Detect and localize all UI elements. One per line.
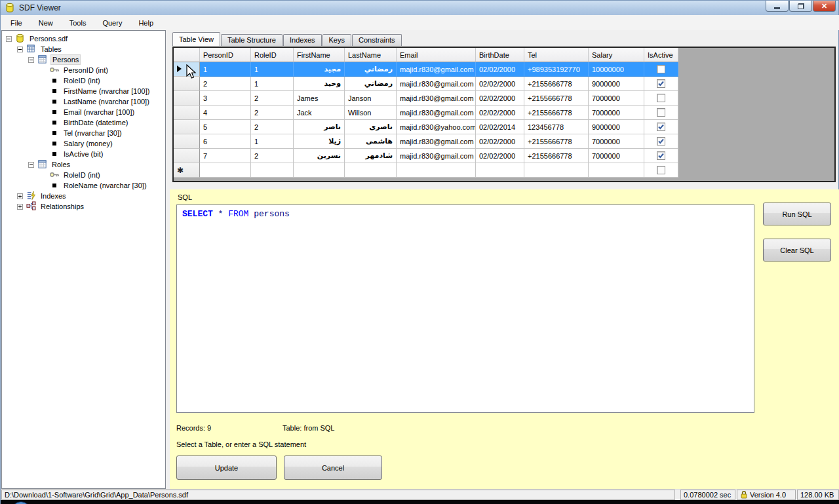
cell-birthdate[interactable]: 02/02/2000 <box>476 62 524 77</box>
tree-item-personid-int[interactable]: PersonID (int) <box>2 65 165 75</box>
table-row[interactable]: 72نسرینشادمهرmajid.r830@gmail.com02/02/2… <box>174 149 834 163</box>
menu-help[interactable]: Help <box>131 16 161 29</box>
cell-salary[interactable]: 7000000 <box>589 149 644 163</box>
cell-firstname[interactable]: نسرین <box>294 149 345 163</box>
column-header-salary[interactable]: Salary <box>589 48 644 62</box>
cell-firstname[interactable]: مجيد <box>294 62 345 77</box>
cell-isactive[interactable] <box>644 106 678 120</box>
update-button[interactable]: Update <box>176 456 277 480</box>
column-header-birthdate[interactable]: BirthDate <box>476 48 524 62</box>
minimize-button[interactable] <box>766 1 789 12</box>
cell-empty[interactable] <box>200 163 251 178</box>
cell-empty[interactable] <box>294 163 345 178</box>
tree-item-rolename-nvarchar-30[interactable]: RoleName (nvarchar [30]) <box>2 180 165 191</box>
checkbox-unchecked[interactable] <box>657 94 665 102</box>
cell-birthdate[interactable]: 02/02/2000 <box>476 149 524 163</box>
row-header[interactable] <box>174 91 200 106</box>
cell-salary[interactable]: 7000000 <box>589 134 644 149</box>
cell-roleid[interactable]: 2 <box>251 91 294 106</box>
cell-lastname[interactable]: رمضاني <box>345 62 397 77</box>
cancel-button[interactable]: Cancel <box>284 456 382 480</box>
row-header[interactable] <box>174 120 200 134</box>
column-header-roleid[interactable]: RoleID <box>251 48 294 62</box>
cell-lastname[interactable]: رمضاني <box>345 77 397 91</box>
menu-query[interactable]: Query <box>95 16 129 29</box>
cell-empty[interactable] <box>345 163 397 178</box>
clear-sql-button[interactable]: Clear SQL <box>763 239 831 262</box>
collapse-icon[interactable] <box>28 162 34 168</box>
cell-roleid[interactable]: 1 <box>251 77 294 91</box>
cell-roleid[interactable]: 1 <box>251 62 294 77</box>
tab-keys[interactable]: Keys <box>322 34 351 46</box>
cell-isactive[interactable] <box>644 91 678 106</box>
tree-item-birthdate-datetime[interactable]: BirthDate (datetime) <box>2 117 165 128</box>
table-row[interactable]: 21وحيدرمضانيmajid.r830@gmail.com02/02/20… <box>174 77 834 91</box>
tab-table-view[interactable]: Table View <box>172 32 220 46</box>
cell-empty[interactable] <box>476 163 524 178</box>
cell-lastname[interactable]: هاشمی <box>345 134 397 149</box>
table-row[interactable]: 52ناصرناصریmajid.r830@yahoo.com02/02/201… <box>174 120 834 134</box>
close-button[interactable]: ✕ <box>813 1 836 12</box>
new-row-header[interactable]: ✱ <box>174 163 200 178</box>
cell-empty[interactable] <box>524 163 589 178</box>
cell-birthdate[interactable]: 02/02/2000 <box>476 106 524 120</box>
cell-roleid[interactable]: 2 <box>251 106 294 120</box>
tree-item-persons-sdf[interactable]: Persons.sdf <box>2 33 165 44</box>
tree-item-relationships[interactable]: Relationships <box>2 201 165 212</box>
cell-tel[interactable]: +2155666778 <box>524 91 589 106</box>
title-bar[interactable]: SDF Viewer ✕ <box>1 1 838 15</box>
cell-email[interactable]: majid.r830@gmail.com <box>397 62 476 77</box>
cell-firstname[interactable]: Jack <box>294 106 345 120</box>
cell-isactive[interactable] <box>644 120 678 134</box>
cell-personid[interactable]: 6 <box>200 134 251 149</box>
collapse-icon[interactable] <box>6 36 12 42</box>
tree-item-isactive-bit[interactable]: IsActive (bit) <box>2 149 165 159</box>
cell-tel[interactable]: +989353192770 <box>524 62 589 77</box>
cell-lastname[interactable]: شادمهر <box>345 149 397 163</box>
checkbox-checked[interactable] <box>657 151 665 160</box>
cell-email[interactable]: majid.r830@gmail.com <box>397 106 476 120</box>
cell-tel[interactable]: +2155666778 <box>524 106 589 120</box>
checkbox-checked[interactable] <box>657 137 665 145</box>
tree-item-firstname-nvarchar-100[interactable]: FirstName (nvarchar [100]) <box>2 86 165 96</box>
tree-item-persons[interactable]: Persons <box>2 54 165 65</box>
cell-isactive[interactable] <box>644 163 678 178</box>
cell-empty[interactable] <box>251 163 294 178</box>
cell-firstname[interactable]: وحيد <box>294 77 345 91</box>
expand-icon[interactable] <box>17 193 23 199</box>
cell-personid[interactable]: 3 <box>200 91 251 106</box>
cell-personid[interactable]: 1 <box>200 62 251 77</box>
cell-empty[interactable] <box>397 163 476 178</box>
cell-salary[interactable]: 9000000 <box>589 120 644 134</box>
table-row[interactable]: 61ژیلاهاشمیmajid.r830@gmail.com02/02/200… <box>174 134 834 149</box>
checkbox-unchecked[interactable] <box>657 108 665 117</box>
table-row[interactable]: 42JackWillsonmajid.r830@gmail.com02/02/2… <box>174 106 834 120</box>
collapse-icon[interactable] <box>17 47 23 52</box>
cell-tel[interactable]: +2155666778 <box>524 77 589 91</box>
column-header-tel[interactable]: Tel <box>524 48 589 62</box>
run-sql-button[interactable]: Run SQL <box>763 203 831 225</box>
row-header[interactable] <box>174 77 200 91</box>
cell-personid[interactable]: 4 <box>200 106 251 120</box>
column-header-personid[interactable]: PersonID <box>200 48 251 62</box>
row-header[interactable] <box>174 106 200 120</box>
tab-table-structure[interactable]: Table Structure <box>221 34 283 46</box>
column-header-email[interactable]: Email <box>397 48 476 62</box>
tab-constraints[interactable]: Constraints <box>352 34 402 46</box>
cell-roleid[interactable]: 2 <box>251 149 294 163</box>
cell-firstname[interactable]: ژیلا <box>294 134 345 149</box>
cell-email[interactable]: majid.r830@yahoo.com <box>397 120 476 134</box>
column-header-lastname[interactable]: LastName <box>345 48 397 62</box>
cell-firstname[interactable]: ناصر <box>294 120 345 134</box>
cell-lastname[interactable]: Willson <box>345 106 397 120</box>
tree-item-email-nvarchar-100[interactable]: Email (nvarchar [100]) <box>2 107 165 117</box>
cell-birthdate[interactable]: 02/02/2000 <box>476 134 524 149</box>
cell-birthdate[interactable]: 02/02/2000 <box>476 91 524 106</box>
cell-roleid[interactable]: 1 <box>251 134 294 149</box>
cell-email[interactable]: majid.r830@gmail.com <box>397 134 476 149</box>
cell-salary[interactable]: 7000000 <box>589 106 644 120</box>
checkbox-checked[interactable] <box>657 79 665 88</box>
cell-personid[interactable]: 5 <box>200 120 251 134</box>
menu-tools[interactable]: Tools <box>62 16 94 29</box>
menu-new[interactable]: New <box>31 16 60 29</box>
